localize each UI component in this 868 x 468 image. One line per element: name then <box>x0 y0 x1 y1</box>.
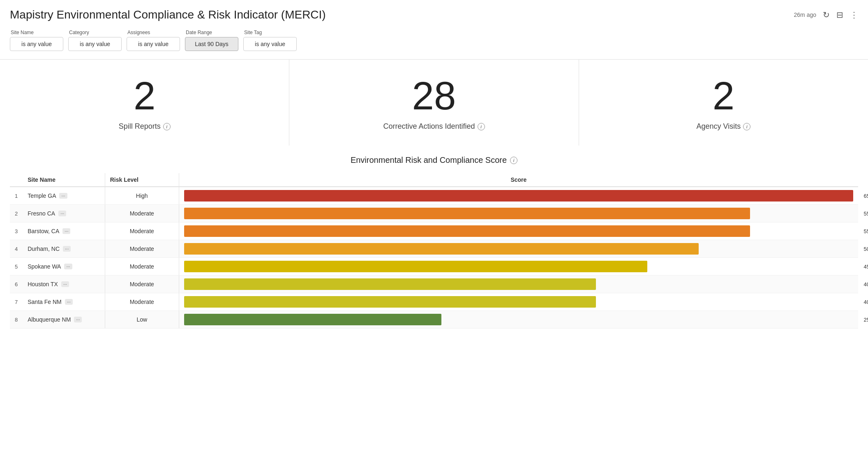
risk-table: Site Name Risk Level Score 1Temple GA···… <box>10 173 858 329</box>
row-risk-level: Moderate <box>105 240 179 258</box>
stat-info-icon-corrective-actions[interactable]: i <box>478 123 485 130</box>
row-site-name: Fresno CA··· <box>23 205 105 222</box>
score-bar <box>184 190 853 202</box>
row-site-name: Temple GA··· <box>23 187 105 205</box>
stat-label-text-corrective-actions: Corrective Actions Identified <box>383 122 475 131</box>
site-name-text: Santa Fe NM <box>28 299 61 305</box>
score-bar-container: 45 <box>184 261 853 272</box>
score-bar-container: 55 <box>184 208 853 219</box>
site-name-text: Fresno CA <box>28 210 55 217</box>
filter-group-date-range: Date RangeLast 90 Days <box>185 30 238 51</box>
risk-section: Environmental Risk and Compliance Score … <box>0 146 868 337</box>
score-bar-container: 40 <box>184 278 853 290</box>
score-bar <box>184 208 750 219</box>
row-site-name: Barstow, CA··· <box>23 222 105 240</box>
score-value: 40 <box>864 281 868 287</box>
risk-level-col-header: Risk Level <box>105 173 179 187</box>
risk-section-title: Environmental Risk and Compliance Score … <box>10 155 858 165</box>
filter-btn-site-tag[interactable]: is any value <box>243 37 297 51</box>
row-rank: 8 <box>10 311 23 329</box>
stat-info-icon-agency-visits[interactable]: i <box>743 123 750 130</box>
score-value: 50 <box>864 246 868 252</box>
score-value: 55 <box>864 211 868 217</box>
risk-table-header: Site Name Risk Level Score <box>10 173 858 187</box>
site-name-text: Durham, NC <box>28 246 60 252</box>
row-risk-level: Moderate <box>105 205 179 222</box>
stat-number-spill-reports: 2 <box>134 76 155 116</box>
filter-btn-site-name[interactable]: is any value <box>10 37 63 51</box>
row-risk-level: Moderate <box>105 293 179 311</box>
site-ellipsis-button[interactable]: ··· <box>64 264 72 269</box>
site-ellipsis-button[interactable]: ··· <box>63 246 71 252</box>
row-score-cell: 55 <box>179 222 858 240</box>
site-name-text: Barstow, CA <box>28 228 59 234</box>
site-ellipsis-button[interactable]: ··· <box>61 281 69 287</box>
row-score-cell: 40 <box>179 293 858 311</box>
stat-number-corrective-actions: 28 <box>412 76 456 116</box>
filters-bar: Site Nameis any valueCategoryis any valu… <box>0 26 868 58</box>
header: Mapistry Environmental Compliance & Risk… <box>0 0 868 26</box>
row-score-cell: 65 <box>179 187 858 205</box>
score-bar-container: 65 <box>184 190 853 202</box>
score-bar-container: 25 <box>184 314 853 325</box>
last-updated-text: 26m ago <box>794 12 816 18</box>
refresh-icon[interactable]: ↻ <box>823 10 830 20</box>
filter-group-assignees: Assigneesis any value <box>127 30 180 51</box>
filter-label-category: Category <box>68 30 122 35</box>
site-name-col-header: Site Name <box>23 173 105 187</box>
more-options-icon[interactable]: ⋮ <box>850 10 858 20</box>
row-risk-level: High <box>105 187 179 205</box>
stat-label-agency-visits: Agency Visitsi <box>696 122 750 131</box>
site-ellipsis-button[interactable]: ··· <box>62 228 70 234</box>
stat-label-spill-reports: Spill Reportsi <box>119 122 171 131</box>
score-bar <box>184 314 441 325</box>
score-col-header: Score <box>179 173 858 187</box>
table-row: 4Durham, NC···Moderate50 <box>10 240 858 258</box>
row-rank: 6 <box>10 276 23 293</box>
score-bar-container: 55 <box>184 225 853 237</box>
row-score-cell: 55 <box>179 205 858 222</box>
filter-icon[interactable]: ⊟ <box>836 10 843 20</box>
stat-label-text-agency-visits: Agency Visits <box>696 122 741 131</box>
score-value: 45 <box>864 264 868 270</box>
row-rank: 7 <box>10 293 23 311</box>
row-score-cell: 40 <box>179 276 858 293</box>
row-rank: 1 <box>10 187 23 205</box>
site-name-text: Spokane WA <box>28 263 61 270</box>
site-ellipsis-button[interactable]: ··· <box>58 211 66 216</box>
score-value: 65 <box>864 193 868 199</box>
filter-btn-category[interactable]: is any value <box>68 37 122 51</box>
site-ellipsis-button[interactable]: ··· <box>65 299 73 305</box>
score-bar-container: 50 <box>184 243 853 255</box>
filter-btn-date-range[interactable]: Last 90 Days <box>185 37 238 51</box>
score-bar <box>184 261 647 272</box>
score-value: 55 <box>864 228 868 234</box>
row-rank: 2 <box>10 205 23 222</box>
stat-info-icon-spill-reports[interactable]: i <box>163 123 171 130</box>
site-name-text: Houston TX <box>28 281 58 287</box>
row-risk-level: Moderate <box>105 222 179 240</box>
score-value: 40 <box>864 299 868 305</box>
table-row: 1Temple GA···High65 <box>10 187 858 205</box>
score-value: 25 <box>864 317 868 323</box>
table-row: 5Spokane WA···Moderate45 <box>10 258 858 276</box>
site-ellipsis-button[interactable]: ··· <box>74 317 82 322</box>
risk-section-info-icon[interactable]: i <box>510 157 517 164</box>
filter-label-assignees: Assignees <box>127 30 180 35</box>
row-site-name: Durham, NC··· <box>23 240 105 258</box>
table-row: 3Barstow, CA···Moderate55 <box>10 222 858 240</box>
score-bar <box>184 243 699 255</box>
row-risk-level: Moderate <box>105 276 179 293</box>
score-bar-container: 40 <box>184 296 853 308</box>
table-row: 7Santa Fe NM···Moderate40 <box>10 293 858 311</box>
page-container: Mapistry Environmental Compliance & Risk… <box>0 0 868 468</box>
filter-label-date-range: Date Range <box>185 30 238 35</box>
filter-btn-assignees[interactable]: is any value <box>127 37 180 51</box>
row-rank: 5 <box>10 258 23 276</box>
site-ellipsis-button[interactable]: ··· <box>59 193 67 199</box>
filter-label-site-name: Site Name <box>10 30 63 35</box>
stats-row: 2Spill Reportsi28Corrective Actions Iden… <box>0 59 868 146</box>
page-title: Mapistry Environmental Compliance & Risk… <box>10 8 326 21</box>
header-actions: 26m ago ↻ ⊟ ⋮ <box>794 10 858 20</box>
site-name-text: Albuquerque NM <box>28 316 71 323</box>
